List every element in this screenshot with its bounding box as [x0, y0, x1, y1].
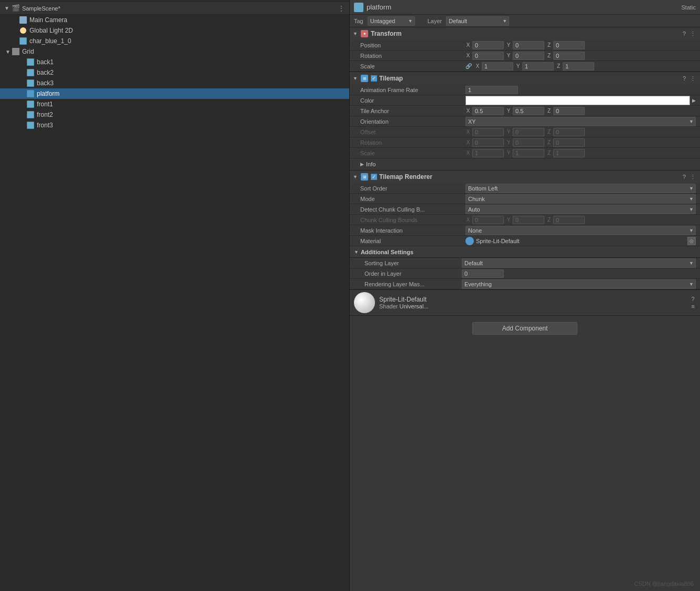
mask-interaction-select[interactable]: None [465, 226, 696, 235]
tilemap-menu-btn[interactable]: ⋮ [689, 75, 697, 82]
orientation-select[interactable]: XY [465, 117, 696, 126]
material-goto-btn[interactable]: ◎ [687, 237, 696, 245]
rotation-y-input[interactable] [513, 52, 544, 60]
hierarchy-item-back3[interactable]: back3 [0, 78, 349, 88]
material-help-btn[interactable]: ? [691, 296, 696, 302]
animation-frame-rate-input[interactable] [465, 86, 518, 94]
rotation-z-input[interactable] [553, 52, 585, 60]
rotation-label: Rotation [360, 53, 465, 59]
additional-settings-header[interactable]: ▼ Additional Settings [350, 246, 700, 258]
tilemap-header[interactable]: ▼ ⊞ ✓ Tilemap ? ⋮ [350, 72, 700, 85]
rotation-x-input[interactable] [472, 52, 504, 60]
hierarchy-item-global-light[interactable]: Global Light 2D [0, 25, 349, 36]
offset-x-group: X [465, 128, 504, 136]
sorting-layer-dropdown-wrapper: Default ▼ [462, 258, 696, 268]
x-label: X [465, 42, 471, 48]
hierarchy-item-main-camera[interactable]: Main Camera [0, 15, 349, 25]
orientation-row: Orientation XY ▼ [350, 116, 700, 127]
order-in-layer-input[interactable] [462, 269, 504, 278]
sorting-layer-row: Sorting Layer Default ▼ [350, 258, 700, 268]
scale-y-input[interactable] [522, 62, 554, 71]
tilemap-renderer-header[interactable]: ▼ ⊞ ✓ Tilemap Renderer ? ⋮ [350, 171, 700, 183]
tm-scale-z-input[interactable] [553, 149, 585, 157]
tm-scale-x-input[interactable] [472, 149, 504, 157]
tag-dropdown[interactable]: Untagged [368, 16, 415, 26]
offset-x-input[interactable] [472, 128, 504, 136]
item-label: Grid [22, 48, 34, 55]
cube-icon [26, 121, 35, 129]
hierarchy-item-back1[interactable]: back1 [0, 57, 349, 67]
tile-anchor-row: Tile Anchor X Y Z [350, 106, 700, 116]
info-row[interactable]: ▶ Info [350, 158, 700, 170]
mode-select[interactable]: Chunk [465, 194, 696, 204]
tm-scale-y-input[interactable] [513, 149, 544, 157]
position-z-input[interactable] [553, 41, 585, 49]
position-label: Position [360, 42, 465, 48]
ccb-y-input[interactable] [513, 216, 544, 224]
transform-header[interactable]: ▼ ✦ Transform ? ⋮ [350, 27, 700, 40]
tilemap-help-btn[interactable]: ? [682, 75, 687, 82]
offset-y-input[interactable] [513, 128, 544, 136]
transform-help-btn[interactable]: ? [682, 31, 687, 37]
tilemap-renderer-enabled-checkbox[interactable]: ✓ [371, 174, 377, 180]
cube-icon [26, 58, 35, 66]
expand-arrow [12, 16, 19, 24]
tm-rotation-y-input[interactable] [513, 138, 544, 147]
tm-rotation-x-input[interactable] [472, 138, 504, 147]
tag-dropdown-wrapper: Untagged ▼ [368, 16, 415, 26]
material-list-btn[interactable]: ≡ [691, 303, 696, 309]
cube-icon [26, 100, 35, 108]
additional-expand-arrow: ▼ [354, 249, 359, 255]
kebab-menu-icon[interactable]: ⋮ [338, 4, 345, 13]
hierarchy-item-front1[interactable]: front1 [0, 99, 349, 109]
tilemap-icon: ⊞ [360, 74, 369, 83]
tile-anchor-z-input[interactable] [553, 107, 585, 115]
tm-rotation-z-input[interactable] [553, 138, 585, 147]
ccb-x-input[interactable] [472, 216, 504, 224]
sorting-layer-select[interactable]: Default [462, 258, 696, 268]
hierarchy-item-platform[interactable]: platform [0, 88, 349, 99]
animation-frame-rate-row: Animation Frame Rate [350, 85, 700, 95]
scale-x-input[interactable] [482, 62, 513, 71]
tilemap-renderer-menu-btn[interactable]: ⋮ [689, 174, 697, 181]
cube-icon [26, 79, 35, 87]
scale-z-input[interactable] [563, 62, 594, 71]
tm-rot-z-group: Z [546, 138, 585, 147]
hierarchy-item-front3[interactable]: front3 [0, 120, 349, 131]
hierarchy-item-front2[interactable]: front2 [0, 109, 349, 120]
rendering-layer-mask-select[interactable]: Everything [462, 279, 696, 289]
order-in-layer-label: Order in Layer [364, 271, 462, 277]
detect-chunk-culling-select[interactable]: Auto [465, 205, 696, 214]
z-label: Z [546, 42, 552, 48]
tilemap-renderer-section: ▼ ⊞ ✓ Tilemap Renderer ? ⋮ Sort Order Bo… [350, 171, 700, 290]
sort-order-select[interactable]: Bottom Left [465, 184, 696, 193]
hierarchy-item-back2[interactable]: back2 [0, 67, 349, 78]
animation-frame-rate-label: Animation Frame Rate [360, 87, 465, 93]
position-y-input[interactable] [513, 41, 544, 49]
tile-anchor-y-input[interactable] [513, 107, 544, 115]
z-label: Z [546, 108, 552, 114]
tilemap-rotation-values: X Y Z [465, 138, 696, 147]
scene-arrow[interactable]: ▼ [4, 5, 9, 11]
tilemap-scale-values: X Y Z [465, 149, 696, 157]
tilemap-renderer-help-btn[interactable]: ? [682, 174, 687, 180]
position-x-input[interactable] [472, 41, 504, 49]
ccb-z-input[interactable] [553, 216, 585, 224]
x-label: X [465, 108, 471, 114]
transform-menu-btn[interactable]: ⋮ [689, 31, 697, 37]
add-component-button[interactable]: Add Component [472, 322, 577, 335]
chunk-culling-bounds-values: X Y Z [465, 216, 696, 224]
position-y-group: Y [506, 41, 544, 49]
hierarchy-panel: ▼ 🎬 SampleScene* ⋮ Main Camera Global Li… [0, 0, 350, 591]
hierarchy-item-grid[interactable]: ▼ Grid [0, 46, 349, 57]
offset-z-input[interactable] [553, 128, 585, 136]
layer-dropdown[interactable]: Default [446, 16, 509, 26]
detect-chunk-culling-row: Detect Chunk Culling B... Auto ▼ [350, 204, 700, 215]
color-picker[interactable] [465, 96, 690, 105]
tilemap-enabled-checkbox[interactable]: ✓ [371, 75, 377, 82]
rotation-z-group: Z [546, 52, 585, 60]
item-label: Global Light 2D [29, 27, 73, 34]
x-label: X [465, 53, 471, 58]
tile-anchor-x-input[interactable] [472, 107, 504, 115]
hierarchy-item-char-blue[interactable]: char_blue_1_0 [0, 36, 349, 46]
